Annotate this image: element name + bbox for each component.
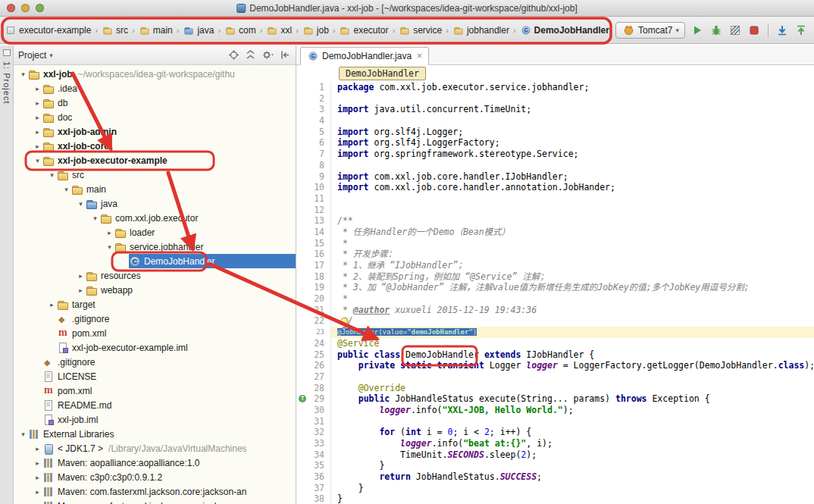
tree-item[interactable]: ▾External Libraries — [14, 427, 296, 441]
run-button[interactable] — [690, 23, 704, 37]
code-line[interactable]: 23@JobHander(value="demoJobHandler") — [296, 327, 814, 338]
debug-button[interactable] — [709, 23, 723, 37]
code-line[interactable]: 31 — [296, 416, 814, 427]
tree-item[interactable]: ▸resources — [14, 268, 296, 283]
breadcrumb-item[interactable]: src — [100, 23, 130, 37]
gear-icon[interactable] — [261, 49, 274, 61]
breadcrumb-item[interactable]: java — [181, 23, 215, 37]
line-number[interactable]: 35 — [296, 460, 331, 471]
line-number[interactable]: 5 — [296, 127, 331, 138]
tree-item[interactable]: ▸xxl-job-core — [14, 139, 296, 153]
tree-item[interactable]: xxl-job-executor-example.iml — [14, 340, 296, 355]
stop-button[interactable] — [747, 23, 761, 37]
tree-item[interactable]: ▸< JDK1.7 >/Library/Java/JavaVirtualMach… — [14, 441, 296, 455]
tree-item[interactable]: pom.xml — [14, 326, 296, 340]
line-number[interactable]: 21 — [296, 305, 331, 316]
line-number[interactable]: 29↑ — [296, 393, 331, 405]
tree-item[interactable]: ▸.idea — [14, 81, 296, 95]
code-line[interactable]: 20 * — [296, 293, 814, 305]
line-number[interactable]: 26 — [296, 360, 331, 371]
line-number[interactable]: 11 — [296, 193, 331, 205]
window-zoom-button[interactable] — [36, 4, 44, 12]
code-line[interactable]: 7import org.springframework.stereotype.S… — [296, 149, 814, 160]
line-number[interactable]: 16 — [296, 249, 331, 260]
code-line[interactable]: 25public class DemoJobHandler extends IJ… — [296, 349, 814, 361]
run-configuration-select[interactable]: Tomcat7 ▾ — [615, 22, 685, 39]
tree-item[interactable]: ▸Maven: aopalliance:aopalliance:1.0 — [14, 455, 296, 470]
code-line[interactable]: 14 * 任务Handler的一个Demo（Bean模式） — [296, 227, 814, 238]
tree-item[interactable]: ▾xxl-job~/workspaces/idea-git-workspace/… — [14, 67, 296, 81]
tree-item[interactable]: ▾xxl-job-executor-example — [14, 153, 296, 167]
code-line[interactable]: 21 * @author xuxueli 2015-12-19 19:43:36 — [296, 305, 814, 316]
line-number[interactable]: 31 — [296, 416, 331, 427]
breadcrumb-item[interactable]: executor-example — [3, 23, 92, 37]
code-line[interactable]: 3import java.util.concurrent.TimeUnit; — [296, 104, 814, 115]
breadcrumb-chip[interactable]: DemoJobHandler — [339, 67, 426, 80]
line-number[interactable]: 3 — [296, 104, 331, 115]
breadcrumb-item[interactable]: xxl — [265, 23, 293, 37]
code-line[interactable]: 27 — [296, 371, 814, 383]
tree-item[interactable]: xxl-job.iml — [14, 412, 296, 427]
line-number[interactable]: 9 — [296, 171, 331, 183]
tree-item[interactable]: ▾com.xxl.job.executor — [14, 211, 296, 225]
tree-item[interactable]: ▾src — [14, 167, 296, 182]
breadcrumb-item[interactable]: com — [223, 23, 258, 37]
coverage-button[interactable] — [728, 23, 742, 37]
code-line[interactable]: 34 TimeUnit.SECONDS.sleep(2); — [296, 449, 814, 461]
project-view-select[interactable]: Project ▾ — [18, 50, 53, 61]
tree-item[interactable]: pom.xml — [14, 383, 296, 398]
line-number[interactable]: 37 — [296, 483, 331, 494]
line-number[interactable]: 22 — [296, 315, 331, 327]
code-line[interactable]: 12 — [296, 205, 814, 216]
expand-toggle-icon[interactable]: ▾ — [18, 430, 28, 438]
collapse-all-icon[interactable] — [245, 49, 256, 61]
line-number[interactable]: 36 — [296, 471, 331, 483]
code-line[interactable]: 36 return JobHandleStatus.SUCCESS; — [296, 471, 814, 483]
line-number[interactable]: 38 — [296, 493, 331, 504]
line-number[interactable]: 27 — [296, 371, 331, 383]
line-number[interactable]: 28 — [296, 383, 331, 394]
tree-item[interactable]: ▸loader — [14, 225, 296, 239]
tree-item[interactable]: ▸Maven: com.fasterxml.jackson.core:jacks… — [14, 499, 296, 504]
tree-item[interactable]: ▾service.jobhandler — [14, 239, 296, 254]
code-line[interactable]: 24@Service — [296, 338, 814, 349]
code-line[interactable]: 30 logger.info("XXL-JOB, Hello World."); — [296, 405, 814, 416]
expand-toggle-icon[interactable]: ▸ — [105, 229, 114, 236]
intention-bulb-icon[interactable] — [340, 318, 349, 326]
line-number[interactable]: 25 — [296, 349, 331, 361]
code-line[interactable]: 13/** — [296, 215, 814, 227]
expand-toggle-icon[interactable]: ▸ — [76, 272, 86, 280]
code-line[interactable]: 5import org.slf4j.Logger; — [296, 127, 814, 138]
tree-item[interactable]: ▸doc — [14, 110, 296, 124]
code-line[interactable]: 22 */ — [296, 315, 814, 327]
expand-toggle-icon[interactable]: ▸ — [33, 142, 42, 150]
code-line[interactable]: 2 — [296, 93, 814, 105]
code-line[interactable]: 4 — [296, 115, 814, 127]
line-number[interactable]: 19 — [296, 282, 331, 293]
expand-toggle-icon[interactable]: ▾ — [105, 243, 114, 251]
line-number[interactable]: 13 — [296, 215, 331, 227]
line-number[interactable]: 14 — [296, 227, 331, 238]
tree-item[interactable]: ▾java — [14, 196, 296, 211]
line-number[interactable]: 30 — [296, 405, 331, 416]
line-number[interactable]: 32 — [296, 427, 331, 438]
expand-toggle-icon[interactable]: ▸ — [33, 99, 42, 107]
code-line[interactable]: 9import com.xxl.job.core.handler.IJobHan… — [296, 171, 814, 183]
code-line[interactable]: 28 @Override — [296, 383, 814, 394]
expand-toggle-icon[interactable]: ▾ — [47, 171, 57, 179]
tree-item[interactable]: README.md — [14, 398, 296, 412]
code-line[interactable]: 18 * 2、装配到Spring，例如加 “@Service” 注解； — [296, 271, 814, 283]
line-number[interactable]: 34 — [296, 449, 331, 461]
line-number[interactable]: 10 — [296, 182, 331, 193]
expand-toggle-icon[interactable]: ▸ — [33, 445, 42, 452]
code-line[interactable]: 11 — [296, 193, 814, 205]
tree-item[interactable]: LICENSE — [14, 369, 296, 383]
code-line[interactable]: 15 * — [296, 238, 814, 249]
expand-toggle-icon[interactable]: ▸ — [33, 488, 42, 496]
expand-toggle-icon[interactable]: ▸ — [47, 301, 57, 308]
line-number[interactable]: 12 — [296, 205, 331, 216]
code-line[interactable]: 1package com.xxl.job.executor.service.jo… — [296, 82, 814, 93]
line-number[interactable]: 17 — [296, 260, 331, 271]
code-line[interactable]: 16 * 开发步骤： — [296, 249, 814, 260]
line-number[interactable]: 20 — [296, 293, 331, 305]
